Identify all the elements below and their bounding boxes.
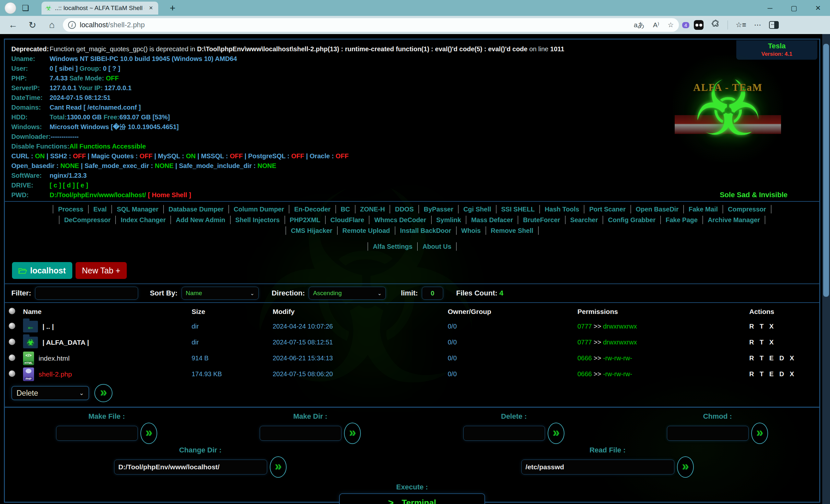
menu-item-install-backdoor[interactable]: Install BackDoor <box>395 226 456 235</box>
menu-item-cloudflare[interactable]: CloudFlare <box>325 216 369 224</box>
delete-input[interactable] <box>463 426 545 441</box>
menu-item-add-new-admin[interactable]: Add New Admin <box>171 216 230 224</box>
browser-tab[interactable]: ☣ ..:: localhost ~ ALFA TEaM Shell - × <box>41 2 158 14</box>
menu-item-ddos[interactable]: DDOS <box>390 205 419 213</box>
direction-select[interactable]: Ascending ⌄ <box>309 287 386 300</box>
bulk-action-select[interactable]: Delete ⌄ <box>11 386 89 400</box>
menu-item-config-grabber[interactable]: Config Grabber <box>603 216 661 224</box>
menu-item-archive-manager[interactable]: Archive Manager <box>703 216 765 224</box>
row-radio[interactable] <box>9 370 15 377</box>
refresh-icon[interactable]: ↻ <box>24 20 41 30</box>
delete-go-button[interactable]: » <box>548 422 565 444</box>
read-aloud-icon[interactable]: A⁾ <box>653 21 659 29</box>
header-name[interactable]: Name <box>23 308 192 316</box>
menu-item-alfa-settings[interactable]: Alfa Settings <box>368 242 418 251</box>
change-dir-go-button[interactable]: » <box>270 456 287 478</box>
limit-input[interactable] <box>422 287 443 300</box>
header-size[interactable]: Size <box>192 308 273 316</box>
menu-item-cgi-shell[interactable]: Cgi Shell <box>458 205 497 213</box>
menu-item-symlink[interactable]: Symlink <box>432 216 467 224</box>
menu-item-port-scaner[interactable]: Port Scaner <box>584 205 631 213</box>
make-file-input[interactable] <box>56 426 138 441</box>
menu-item-database-dumper[interactable]: Database Dumper <box>164 205 229 213</box>
chmod-go-button[interactable]: » <box>751 422 768 444</box>
menu-item-about-us[interactable]: About Us <box>418 242 456 251</box>
file-name-link[interactable]: shell-2.php <box>39 370 72 378</box>
row-radio[interactable] <box>9 323 15 329</box>
maximize-icon[interactable]: ▢ <box>782 0 806 16</box>
scrollbar-thumb[interactable] <box>823 44 829 297</box>
sort-by-select[interactable]: Name ⌄ <box>182 287 259 300</box>
cell-actions[interactable]: R T E D X <box>749 354 819 362</box>
menu-item-remove-shell[interactable]: Remove Shell <box>486 226 539 235</box>
filter-input[interactable] <box>35 287 138 300</box>
menu-item-hash-tools[interactable]: Hash Tools <box>540 205 584 213</box>
menu-item-decompressor[interactable]: DeCompressor <box>59 216 116 224</box>
favorite-star-icon[interactable]: ☆ <box>668 21 674 29</box>
menu-item-remote-upload[interactable]: Remote Upload <box>338 226 395 235</box>
url-text[interactable]: localhost/shell-2.php <box>80 21 630 29</box>
menu-item-index-changer[interactable]: Index Changer <box>116 216 171 224</box>
menu-item-whmcs-decoder[interactable]: Whmcs DeCoder <box>369 216 431 224</box>
file-name-link[interactable]: index.html <box>39 354 70 362</box>
make-file-go-button[interactable]: » <box>140 422 157 444</box>
settings-more-icon[interactable]: ⋯ <box>754 21 761 29</box>
change-dir-input[interactable] <box>114 460 267 474</box>
menu-item-zone-h[interactable]: ZONE-H <box>355 205 390 213</box>
file-name-link[interactable]: | ALFA_DATA | <box>42 339 89 346</box>
row-radio[interactable] <box>9 339 15 345</box>
cell-actions[interactable]: R T X <box>749 323 819 330</box>
new-tab-icon[interactable]: + <box>170 3 176 13</box>
make-dir-input[interactable] <box>260 426 342 441</box>
back-icon[interactable]: ← <box>4 20 22 30</box>
menu-item-ssi-shell[interactable]: SSI SHELL <box>497 205 540 213</box>
cell-permissions[interactable]: 0666 >> -rw-rw-rw- <box>577 370 749 378</box>
menu-item-bruteforcer[interactable]: BruteForcer <box>518 216 565 224</box>
make-dir-go-button[interactable]: » <box>344 422 361 444</box>
menu-item-cms-hijacker[interactable]: CMS Hijacker <box>286 226 338 235</box>
terminal-button[interactable]: >_ Terminal <box>339 493 485 504</box>
menu-item-whois[interactable]: Whois <box>456 226 486 235</box>
menu-item-column-dumper[interactable]: Column Dumper <box>229 205 290 213</box>
select-all-radio[interactable] <box>9 308 15 314</box>
cell-actions[interactable]: R T X <box>749 339 819 346</box>
menu-item-bypasser[interactable]: ByPasser <box>419 205 458 213</box>
menu-item-fake-mail[interactable]: Fake Mail <box>684 205 723 213</box>
cell-permissions[interactable]: 0777 >> drwxrwxrwx <box>577 339 749 346</box>
chmod-input[interactable] <box>667 426 748 441</box>
collections-icon[interactable]: ☆≡ <box>736 21 746 29</box>
menu-item-process[interactable]: Process <box>53 205 89 213</box>
header-owner-group[interactable]: Owner/Group <box>448 308 577 316</box>
menu-item-en-decoder[interactable]: En-Decoder <box>289 205 336 213</box>
header-actions[interactable]: Actions <box>749 308 819 316</box>
extension-dark-icon[interactable] <box>694 20 704 30</box>
menu-item-php2xml[interactable]: PHP2XML <box>285 216 325 224</box>
site-info-icon[interactable]: i <box>68 21 76 29</box>
extensions-puzzle-icon[interactable] <box>711 20 720 30</box>
menu-item-fake-page[interactable]: Fake Page <box>661 216 703 224</box>
menu-item-open-basedir[interactable]: Open BaseDir <box>631 205 684 213</box>
cell-actions[interactable]: R T E D X <box>749 370 819 378</box>
menu-item-searcher[interactable]: Searcher <box>566 216 603 224</box>
cell-permissions[interactable]: 0777 >> drwxrwxrwx <box>577 323 749 330</box>
header-modify[interactable]: Modify <box>273 308 448 316</box>
close-icon[interactable]: ✕ <box>806 0 830 16</box>
minimize-icon[interactable]: ─ <box>758 0 782 16</box>
read-file-go-button[interactable]: » <box>677 456 694 478</box>
cell-permissions[interactable]: 0666 >> -rw-rw-rw- <box>577 354 749 362</box>
new-shell-tab-button[interactable]: New Tab + <box>75 262 127 279</box>
file-name-link[interactable]: | .. | <box>42 323 54 330</box>
menu-item-eval[interactable]: Eval <box>89 205 112 213</box>
browser-profile-avatar[interactable] <box>4 2 16 14</box>
page-scrollbar[interactable] <box>822 34 830 504</box>
menu-item-compressor[interactable]: Compressor <box>723 205 771 213</box>
read-file-input[interactable] <box>521 460 674 474</box>
tab-localhost-button[interactable]: localhost <box>12 262 72 279</box>
menu-item-sql-manager[interactable]: SQL Manager <box>112 205 164 213</box>
header-permissions[interactable]: Permissions <box>577 308 749 316</box>
home-icon[interactable]: ⌂ <box>43 20 60 30</box>
row-radio[interactable] <box>9 354 15 361</box>
address-bar[interactable]: i localhost/shell-2.php aあ A⁾ ☆ <box>63 18 679 32</box>
tab-actions-icon[interactable]: ❏ <box>22 4 29 13</box>
bulk-go-button[interactable]: » <box>94 384 113 402</box>
